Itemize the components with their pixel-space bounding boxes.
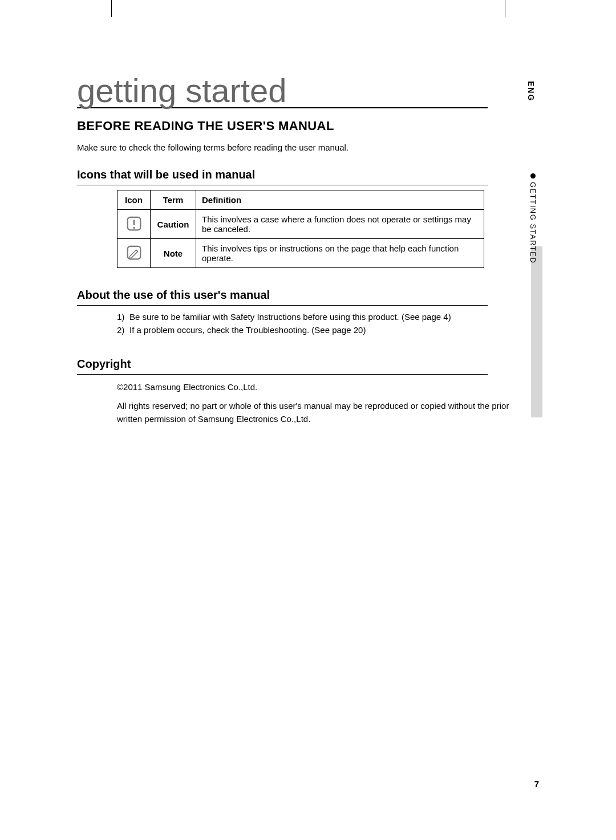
table-row: Caution This involves a case where a fun…	[117, 210, 484, 239]
icons-subheading: Icons that will be used in manual	[77, 168, 488, 185]
table-header-row: Icon Term Definition	[117, 190, 484, 210]
side-tab-background	[531, 246, 542, 417]
about-use-list: Be sure to be familiar with Safety Instr…	[117, 310, 488, 337]
about-use-list-wrap: Be sure to be familiar with Safety Instr…	[77, 310, 488, 337]
page-content: getting started BEFORE READING THE USER'…	[77, 0, 539, 840]
term-cell: Caution	[151, 210, 196, 239]
copyright-subheading: Copyright	[77, 358, 488, 375]
caution-icon	[125, 215, 143, 232]
col-header-icon: Icon	[117, 190, 151, 210]
col-header-term: Term	[151, 190, 196, 210]
chapter-title: getting started	[77, 74, 488, 108]
icons-table-wrap: Icon Term Definition Caution This i	[77, 190, 488, 268]
about-use-subheading: About the use of this user's manual	[77, 289, 488, 306]
side-tab: ENG GETTING STARTED	[526, 81, 539, 264]
intro-text: Make sure to check the following terms b…	[77, 143, 488, 152]
icon-cell	[117, 239, 151, 268]
list-item: Be sure to be familiar with Safety Instr…	[117, 310, 488, 323]
icon-cell	[117, 210, 151, 239]
note-icon	[125, 244, 143, 261]
list-item: If a problem occurs, check the Troublesh…	[117, 323, 488, 336]
copyright-line: All rights reserved; no part or whole of…	[117, 399, 528, 426]
definition-cell: This involves a case where a function do…	[196, 210, 484, 239]
side-section-wrap: GETTING STARTED	[526, 173, 539, 263]
page-number: 7	[534, 779, 539, 789]
copyright-block: ©2011 Samsung Electronics Co.,Ltd. All r…	[77, 380, 488, 426]
section-heading: BEFORE READING THE USER'S MANUAL	[77, 119, 488, 133]
copyright-line: ©2011 Samsung Electronics Co.,Ltd.	[117, 380, 528, 393]
side-section-label: GETTING STARTED	[529, 182, 537, 263]
svg-point-2	[133, 226, 135, 228]
col-header-definition: Definition	[196, 190, 484, 210]
definition-cell: This involves tips or instructions on th…	[196, 239, 484, 268]
table-row: Note This involves tips or instructions …	[117, 239, 484, 268]
bullet-icon	[530, 173, 536, 178]
side-language-label: ENG	[526, 81, 536, 173]
term-cell: Note	[151, 239, 196, 268]
icons-table: Icon Term Definition Caution This i	[117, 190, 484, 268]
